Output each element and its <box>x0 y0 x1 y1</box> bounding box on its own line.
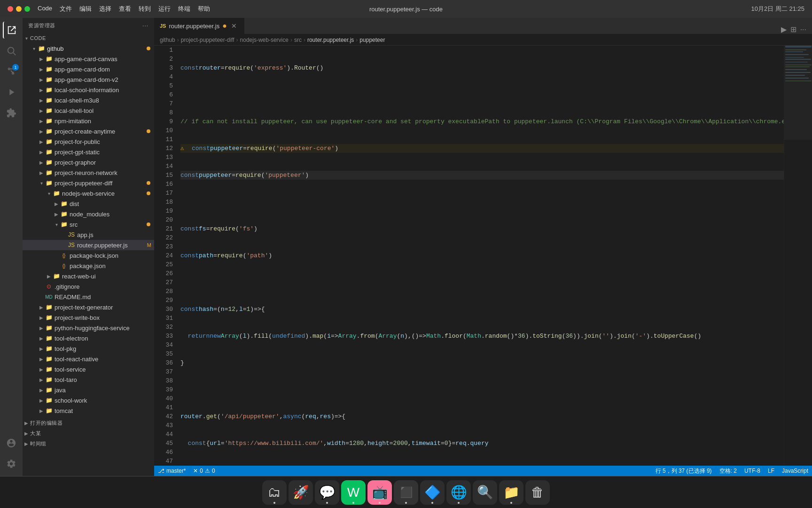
source-control-icon[interactable]: 1 <box>3 63 20 80</box>
sidebar-menu-icon[interactable]: ··· <box>142 22 148 29</box>
tab-close-button[interactable]: ✕ <box>230 22 238 30</box>
tree-item-nodejs-web-service[interactable]: ▾ 📁 nodejs-web-service <box>23 188 154 198</box>
extensions-icon[interactable] <box>3 104 20 121</box>
sidebar-tree[interactable]: ▾ CODE ▾ 📁 github ▶ 📁 app-game-card-canv… <box>23 33 154 476</box>
tree-item-project-create-anytime[interactable]: ▶ 📁 project-create-anytime <box>23 126 154 136</box>
errors-status[interactable]: ✕ 0 ⚠ 0 <box>189 466 219 476</box>
section-code[interactable]: ▾ CODE <box>23 33 154 43</box>
tree-item-router-puppeteer[interactable]: ▶ JS router.puppeteer.js M <box>23 240 154 250</box>
dock-finder[interactable]: 🗂 <box>262 480 287 505</box>
dock-launchpad[interactable]: 🚀 <box>289 480 313 505</box>
menu-app[interactable]: Code <box>38 5 52 13</box>
tab-router-puppeteer[interactable]: JS router.puppeteer.js ● ✕ <box>154 18 244 34</box>
menu-edit[interactable]: 编辑 <box>79 5 92 13</box>
menu-go[interactable]: 转到 <box>139 5 151 13</box>
account-icon[interactable] <box>3 435 20 452</box>
code-line-8: const path = require('path') <box>180 251 784 260</box>
editor-content[interactable]: 12345 678910 1112131415 1617181920 21222… <box>154 46 784 466</box>
tree-item-node-modules[interactable]: ▶ 📁 node_modules <box>23 209 154 219</box>
branch-status[interactable]: ⎇ master* <box>154 466 189 476</box>
breadcrumb-github[interactable]: github <box>160 37 175 43</box>
tree-github[interactable]: ▾ 📁 github <box>23 43 154 54</box>
tree-item-npm-imitation[interactable]: ▶ 📁 npm-imitation <box>23 116 154 126</box>
window-title: router.puppeteer.js — code <box>369 6 443 13</box>
run-icon[interactable] <box>3 84 20 101</box>
tree-item-tomcat[interactable]: ▶ 📁 tomcat <box>23 405 154 416</box>
search-icon[interactable] <box>3 42 20 59</box>
tree-item-react-web-ui[interactable]: ▶ 📁 react-web-ui <box>23 271 154 281</box>
more-actions-icon[interactable]: ··· <box>800 25 806 34</box>
tree-item-project-text-generator[interactable]: ▶ 📁 project-text-generator <box>23 302 154 312</box>
tree-item-tool-taro[interactable]: ▶ 📁 tool-taro <box>23 374 154 385</box>
tree-item-java[interactable]: ▶ 📁 java <box>23 385 154 395</box>
menu-view[interactable]: 查看 <box>119 5 131 13</box>
menu-run[interactable]: 运行 <box>158 5 171 13</box>
folder-icon: 📁 <box>60 211 68 217</box>
menu-help[interactable]: 帮助 <box>198 5 210 13</box>
dock-wechat2[interactable]: W <box>341 480 366 505</box>
eol-status[interactable]: LF <box>764 466 778 476</box>
section-open-editors[interactable]: ▶ 打开的编辑器 <box>23 418 154 428</box>
tree-item-school-work[interactable]: ▶ 📁 school-work <box>23 395 154 405</box>
tree-item-project-puppeteer-diff[interactable]: ▾ 📁 project-puppeteer-diff <box>23 178 154 188</box>
tree-item-local-shell-tool[interactable]: ▶ 📁 local-shell-tool <box>23 105 154 116</box>
tree-item-src[interactable]: ▾ 📁 src <box>23 219 154 230</box>
tree-item-app-game-card-dom-v2[interactable]: ▶ 📁 app-game-card-dom-v2 <box>23 74 154 85</box>
tree-item-app-js[interactable]: ▶ JS app.js <box>23 230 154 240</box>
dock-terminal[interactable]: ⬛ <box>394 480 418 505</box>
tree-item-readme[interactable]: ▶ MD README.md <box>23 292 154 302</box>
dock-wechat[interactable]: 💬 <box>315 480 339 505</box>
dock-chrome[interactable]: 🌐 <box>446 480 471 505</box>
minimize-button[interactable] <box>16 6 22 12</box>
breadcrumb-file[interactable]: router.puppeteer.js <box>307 37 354 43</box>
dock-bilibili[interactable]: 📺 <box>367 480 392 505</box>
tree-item-app-game-card-canvas[interactable]: ▶ 📁 app-game-card-canvas <box>23 54 154 64</box>
tree-item-project-gpt-static[interactable]: ▶ 📁 project-gpt-static <box>23 147 154 157</box>
tree-item-gitignore[interactable]: ▶ ⊙ .gitignore <box>23 281 154 292</box>
breadcrumb-service[interactable]: nodejs-web-service <box>240 37 289 43</box>
dock-vscode[interactable]: 🔷 <box>420 480 445 505</box>
item-label: tool-electron <box>55 335 154 342</box>
run-icon[interactable]: ▶ <box>781 25 787 34</box>
tree-item-app-game-card-dom[interactable]: ▶ 📁 app-game-card-dom <box>23 64 154 74</box>
encoding-status[interactable]: UTF-8 <box>741 466 764 476</box>
breadcrumb-project[interactable]: project-puppeteer-diff <box>181 37 234 43</box>
breadcrumb-symbol[interactable]: puppeteer <box>359 37 385 43</box>
tree-item-python-huggingface[interactable]: ▶ 📁 python-huggingface-service <box>23 323 154 333</box>
tree-item-local-shell-m3u8[interactable]: ▶ 📁 local-shell-m3u8 <box>23 95 154 105</box>
tree-item-project-write-box[interactable]: ▶ 📁 project-write-box <box>23 312 154 323</box>
section-da-mou[interactable]: ▶ 大某 <box>23 428 154 438</box>
editor[interactable]: 12345 678910 1112131415 1617181920 21222… <box>154 46 784 466</box>
menu-terminal[interactable]: 终端 <box>178 5 190 13</box>
svg-point-0 <box>8 48 14 54</box>
folder-icon: 📁 <box>45 304 53 310</box>
dock-files[interactable]: 📁 <box>499 480 523 505</box>
close-button[interactable] <box>8 6 13 12</box>
tree-item-tool-pkg[interactable]: ▶ 📁 tool-pkg <box>23 343 154 354</box>
tree-item-package-json[interactable]: ▶ {} package.json <box>23 261 154 271</box>
language-status[interactable]: JavaScript <box>778 466 812 476</box>
tree-item-project-graphor[interactable]: ▶ 📁 project-graphor <box>23 157 154 167</box>
tree-item-dist[interactable]: ▶ 📁 dist <box>23 198 154 209</box>
cursor-status[interactable]: 行 5，列 37 (已选择 9) <box>652 466 716 476</box>
menu-select[interactable]: 选择 <box>99 5 111 13</box>
tree-item-package-lock[interactable]: ▶ {} package-lock.json <box>23 250 154 261</box>
item-label: node_modules <box>70 211 154 218</box>
explorer-icon[interactable] <box>3 22 20 39</box>
menu-file[interactable]: 文件 <box>60 5 72 13</box>
tree-item-local-school[interactable]: ▶ 📁 local-school-information <box>23 85 154 95</box>
tree-item-tool-react-native[interactable]: ▶ 📁 tool-react-native <box>23 354 154 364</box>
section-time-group[interactable]: ▶ 时间组 <box>23 438 154 449</box>
dock-trash[interactable]: 🗑 <box>525 480 550 505</box>
settings-icon[interactable] <box>3 455 20 472</box>
tree-item-tool-service[interactable]: ▶ 📁 tool-service <box>23 364 154 374</box>
tree-item-project-neuron-network[interactable]: ▶ 📁 project-neuron-network <box>23 167 154 178</box>
split-editor-icon[interactable]: ⊞ <box>790 25 796 34</box>
tree-item-tool-electron[interactable]: ▶ 📁 tool-electron <box>23 333 154 343</box>
spaces-status[interactable]: 空格: 2 <box>716 466 741 476</box>
dock-dot <box>352 502 354 504</box>
dock-search[interactable]: 🔍 <box>473 480 497 505</box>
maximize-button[interactable] <box>24 6 30 12</box>
breadcrumb-src[interactable]: src <box>294 37 302 43</box>
tree-item-project-for-public[interactable]: ▶ 📁 project-for-public <box>23 136 154 147</box>
